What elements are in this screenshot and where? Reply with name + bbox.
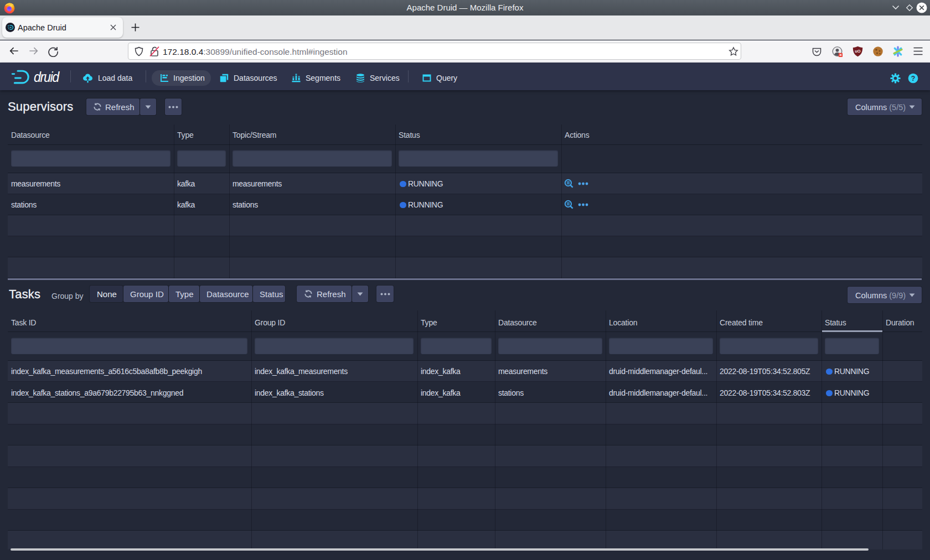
svg-text:?: ? <box>911 75 916 82</box>
svg-text:uO: uO <box>855 49 861 54</box>
